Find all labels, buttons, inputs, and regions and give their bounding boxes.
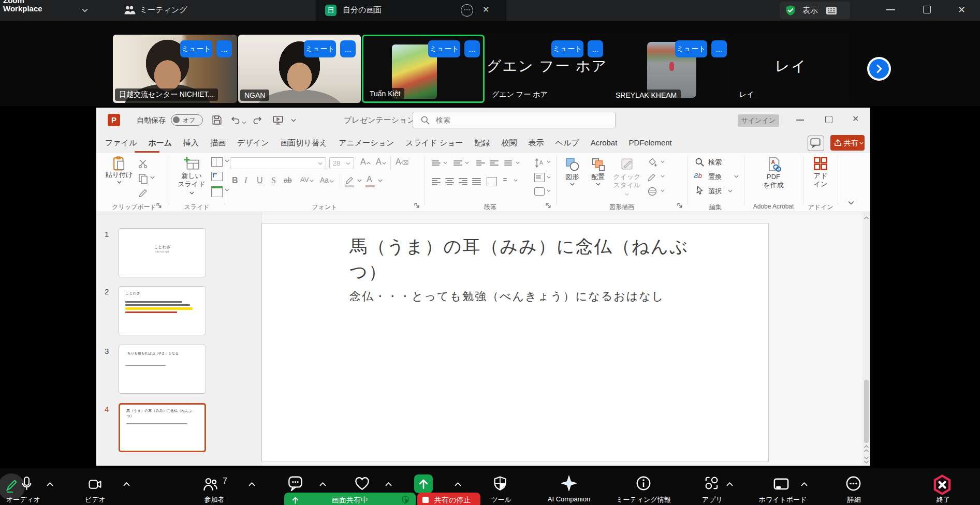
tile-more-button[interactable]: … [216,40,232,57]
audio-options-chevron-icon[interactable] [47,482,53,486]
undo-dropdown-icon[interactable] [242,121,246,124]
reactions-heart-icon[interactable] [354,476,370,491]
apps-options-chevron-icon[interactable] [726,482,733,486]
shape-effects-dropdown-icon[interactable] [661,189,665,192]
decrease-indent-icon[interactable] [476,159,486,167]
tab-view[interactable]: 表示 [523,132,550,153]
slide-body-text[interactable]: 念仏・・・とっても勉強（べんきょう）になるおはなし [349,289,664,304]
cut-icon[interactable] [138,158,148,169]
tab-animations[interactable]: アニメーション [333,132,400,153]
tab-insert[interactable]: 挿入 [178,132,204,153]
ai-companion-sparkle-icon[interactable] [561,476,577,491]
view-control[interactable]: 表示 [780,2,850,19]
slide-title[interactable]: 馬（うま）の耳（みみ）に念仏（ねんぶつ） [349,234,712,285]
tile-more-button[interactable]: … [711,40,727,57]
video-tile-tuan-kiet-active-speaker[interactable]: ミュート … Tuấn Kiệt [362,35,485,103]
tile-more-button[interactable]: … [588,40,603,57]
quick-styles-button[interactable]: クイック スタイル [612,155,642,201]
tab-help[interactable]: ヘルプ [550,132,585,153]
align-text-icon[interactable] [534,173,545,182]
save-icon[interactable] [211,114,223,126]
start-presentation-icon[interactable] [272,114,284,126]
next-participants-button[interactable] [867,57,891,81]
scrollbar-thumb[interactable] [864,380,869,443]
slide-thumbnail-1[interactable]: ことわざ câu tục ngữ [119,228,206,277]
layout-dropdown-icon[interactable] [225,159,229,162]
tab-draw[interactable]: 描画 [204,132,231,153]
next-slide-icon[interactable] [864,456,869,459]
italic-button[interactable]: I [244,176,247,185]
end-label[interactable]: 終了 [937,495,950,504]
tools-label[interactable]: ツール [491,495,511,504]
align-text-dropdown-icon[interactable] [547,176,551,179]
reset-slide-icon[interactable] [211,172,223,181]
video-options-chevron-icon[interactable] [123,482,130,486]
arrange-button[interactable]: 配置 [586,155,610,201]
search-box[interactable]: 検索 [413,112,616,128]
tile-more-button[interactable]: … [464,40,480,57]
highlight-pen-icon[interactable] [345,175,355,185]
tab-close-icon[interactable]: ✕ [482,5,489,14]
video-tile-rei[interactable]: レイ レイ [733,35,849,103]
text-direction-icon[interactable] [534,157,545,168]
slide-canvas[interactable]: 馬（うま）の耳（みみ）に念仏（ねんぶつ） 念仏・・・とっても勉強（べんきょう）に… [261,223,769,462]
signin-button[interactable]: サインイン [738,114,779,127]
ppt-close-button[interactable]: ✕ [852,114,859,124]
window-close-button[interactable]: ✕ [958,4,966,16]
strikethrough-button[interactable]: ab [284,176,292,184]
video-tile-nichiet[interactable]: ミュート … 日越交流センター NICHIET... [113,35,237,103]
participants-icon[interactable] [203,477,217,491]
font-dialog-launcher-icon[interactable] [414,203,420,209]
tab-file[interactable]: ファイル [99,132,142,153]
line-spacing-icon[interactable] [504,159,514,167]
mute-button[interactable]: ミュート [675,40,707,57]
tab-design[interactable]: デザイン [231,132,274,153]
shape-effects-icon[interactable] [647,186,657,197]
video-label[interactable]: ビデオ [85,495,106,504]
find-label[interactable]: 検索 [708,158,722,167]
video-tile-sreylak[interactable]: ミュート … SREYLAK KHEAM [609,35,732,103]
drawing-dialog-launcher-icon[interactable] [677,203,683,209]
editor-scrollbar[interactable] [862,212,870,466]
tab-home[interactable]: ホーム [142,132,178,153]
bold-button[interactable]: B [232,176,238,185]
tab-more-icon[interactable]: ⋯ [461,4,473,17]
meeting-info-icon[interactable] [636,476,651,491]
select-label[interactable]: 選択 [708,187,722,196]
stop-share-button[interactable]: 共有の停止 [417,493,480,505]
tab-review[interactable]: 校閲 [496,132,523,153]
columns-icon[interactable] [487,177,497,186]
tab-transitions[interactable]: 画面切り替え [275,132,333,153]
whiteboard-label[interactable]: ホワイトボード [759,495,807,504]
ai-companion-label[interactable]: AI Companion [548,495,590,503]
smartart-dropdown-icon[interactable] [547,189,551,192]
shapes-button[interactable]: 図形 [560,155,584,201]
tab-pdfelement[interactable]: PDFelement [623,132,677,153]
replace-label[interactable]: 置換 [708,173,722,181]
convert-smartart-icon[interactable] [534,187,545,196]
tab-meeting[interactable]: ミーティング [140,5,187,15]
share-button[interactable]: 共有 [830,135,865,151]
clear-formatting-button[interactable]: A⌫ [396,157,408,167]
workspace-chevron-down-icon[interactable] [82,8,88,12]
previous-slide-icon2[interactable] [864,449,869,452]
shape-fill-dropdown-icon[interactable] [661,160,665,163]
shadow-button[interactable]: S [271,176,276,185]
section-icon[interactable] [211,186,223,197]
window-restore-button[interactable] [923,6,931,13]
video-tile-nguyen-phu-hoa[interactable]: グエン フー ホア ミュート … グエン フー ホア [486,35,608,103]
more-label[interactable]: 詳細 [847,495,861,504]
audio-label[interactable]: オーディオ [6,495,40,504]
align-right-icon[interactable] [459,177,468,186]
font-color-dropdown-icon[interactable] [378,179,383,182]
reactions-options-chevron-icon[interactable] [385,482,392,486]
paragraph-dialog-launcher-icon[interactable] [546,203,551,209]
apps-label[interactable]: アプリ [702,495,723,504]
font-family-combobox[interactable] [230,157,326,169]
character-spacing-button[interactable]: AV [300,176,314,184]
new-slide-button[interactable]: 新しい スライド [175,155,208,201]
more-options-icon[interactable] [846,476,861,491]
shape-outline-icon[interactable] [647,172,657,182]
video-camera-icon[interactable] [87,478,103,491]
select-dropdown-icon[interactable] [728,189,733,192]
